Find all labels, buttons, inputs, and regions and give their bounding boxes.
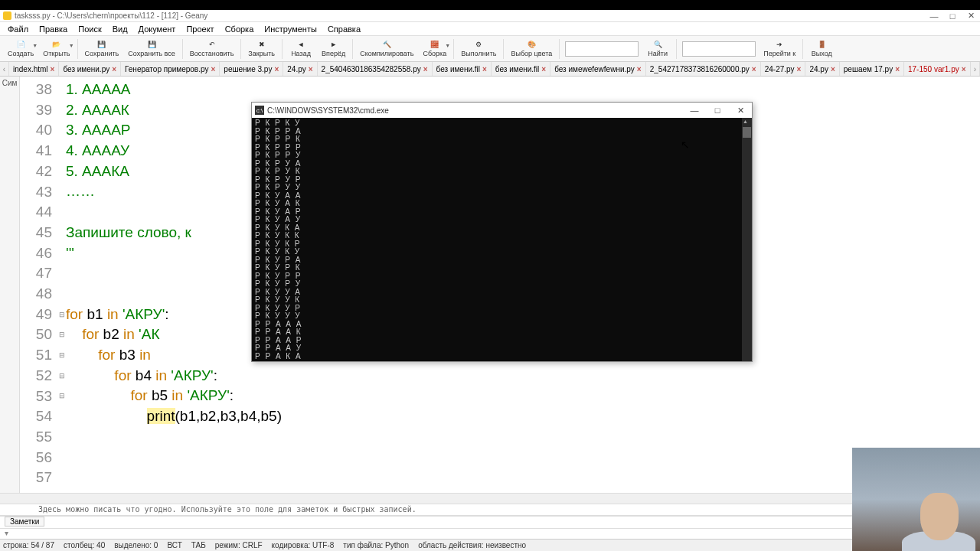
maximize-button[interactable]: □ — [943, 11, 962, 21]
toolbar-Закрыть[interactable]: ✖Закрыть — [243, 37, 279, 61]
menu-view[interactable]: Вид — [108, 24, 132, 34]
toolbar-Создать[interactable]: 📄Создать▼ — [3, 37, 38, 61]
toolbar-Найти[interactable]: 🔍Найти — [642, 37, 674, 61]
tab-2_5404630186354282558.py[interactable]: 2_5404630186354282558.py× — [318, 62, 433, 76]
tab-close-icon[interactable]: × — [112, 65, 116, 73]
cmd-minimize[interactable]: — — [683, 106, 706, 115]
minimize-button[interactable]: — — [925, 11, 943, 21]
tab-close-icon[interactable]: × — [274, 65, 279, 73]
status-sel: выделено: 0 — [114, 541, 158, 549]
toolbar-Скомпилировать[interactable]: 🔨Скомпилировать — [355, 37, 418, 61]
tab-решение 3.py[interactable]: решение 3.py× — [220, 62, 283, 76]
titlebar: tasksss.py - C:\Users\chern\проекты\112 … — [0, 10, 980, 22]
window-title: tasksss.py - C:\Users\chern\проекты\112 … — [15, 11, 207, 20]
toolbar-Сохранить все[interactable]: 💾Сохранить все — [123, 37, 179, 61]
sidebar[interactable]: Сим — [0, 77, 20, 493]
toolbar-Восстановить[interactable]: ↶Восстановить — [185, 37, 239, 61]
tab-close-icon[interactable]: × — [211, 65, 216, 73]
menu-file[interactable]: Файл — [3, 24, 33, 34]
tab-24.py[interactable]: 24.py× — [283, 62, 317, 76]
tab-close-icon[interactable]: × — [831, 65, 835, 73]
status-ins: ВСТ — [167, 541, 181, 549]
cmd-maximize[interactable]: □ — [706, 106, 729, 115]
tab-решаем 17.py[interactable]: решаем 17.py× — [840, 62, 904, 76]
menu-search[interactable]: Поиск — [74, 24, 106, 34]
status-mode: режим: CRLF — [215, 541, 263, 549]
tab-2_5427178373816260000.py[interactable]: 2_5427178373816260000.py× — [646, 62, 761, 76]
toolbar-search-input[interactable] — [565, 41, 639, 57]
toolbar-search-input[interactable] — [682, 41, 756, 57]
menu-edit[interactable]: Правка — [34, 24, 72, 34]
tab-close-icon[interactable]: × — [51, 65, 55, 73]
line-gutter: 3839404142434445464748495051525354555657 — [20, 77, 58, 493]
mouse-cursor: ↖ — [681, 139, 690, 151]
webcam-overlay — [852, 448, 980, 551]
tab-close-icon[interactable]: × — [797, 65, 802, 73]
tab-без имени.fil[interactable]: без имени.fil× — [433, 62, 492, 76]
tabbar: ‹ index.html×без имени.py×Генератор прим… — [0, 62, 980, 77]
status-scope: область действия: неизвестно — [418, 541, 526, 549]
tab-close-icon[interactable]: × — [895, 65, 900, 73]
toolbar-Выбор цвета[interactable]: 🎨Выбор цвета — [506, 37, 557, 61]
tab-close-icon[interactable]: × — [482, 65, 487, 73]
tab-close-icon[interactable]: × — [637, 65, 642, 73]
toolbar-Выполнить[interactable]: ⚙Выполнить — [456, 37, 501, 61]
toolbar-Сохранить[interactable]: 💾Сохранить — [80, 37, 124, 61]
toolbar-Вперёд[interactable]: ►Вперёд — [317, 37, 350, 61]
tab-17-150 var1.py[interactable]: 17-150 var1.py× — [904, 62, 971, 76]
tabscroll-left[interactable]: ‹ — [0, 62, 9, 76]
symbol-dropdown[interactable]: ▾ — [0, 528, 980, 539]
cmd-output[interactable]: ▲ Р К Р К УР К Р Р АР К Р Р КР К Р Р РР … — [252, 118, 752, 361]
tab-close-icon[interactable]: × — [962, 65, 966, 73]
tab-close-icon[interactable]: × — [423, 65, 428, 73]
status-line: строка: 54 / 87 — [3, 541, 54, 549]
tab-Генератор примеров.py[interactable]: Генератор примеров.py× — [121, 62, 220, 76]
toolbar-Выход[interactable]: 🚪Выход — [805, 37, 838, 61]
status-enc: кодировка: UTF-8 — [272, 541, 335, 549]
tab-без имеwefewfewни.py[interactable]: без имеwefewfewни.py× — [550, 62, 646, 76]
cmd-icon: c:\ — [255, 106, 264, 115]
toolbar-Сборка[interactable]: 🧱Сборка▼ — [418, 37, 451, 61]
menu-help[interactable]: Справка — [323, 24, 365, 34]
cmd-title-text: C:\WINDOWS\SYSTEM32\cmd.exe — [267, 106, 389, 115]
menu-tools[interactable]: Инструменты — [260, 24, 322, 34]
toolbar-Назад[interactable]: ◄Назад — [285, 37, 317, 61]
cmd-close[interactable]: ✕ — [729, 106, 752, 116]
status-ft: тип файла: Python — [343, 541, 409, 549]
tab-без имени.fil[interactable]: без имени.fil× — [492, 62, 550, 76]
tab-close-icon[interactable]: × — [541, 65, 546, 73]
tabscroll-right[interactable]: › — [971, 62, 980, 76]
app-icon — [3, 11, 11, 20]
cmd-window: c:\ C:\WINDOWS\SYSTEM32\cmd.exe — □ ✕ ▲ … — [251, 102, 753, 362]
cmd-scrollbar[interactable]: ▲ — [742, 118, 752, 361]
statusbar: строка: 54 / 87 столбец: 40 выделено: 0 … — [0, 539, 980, 551]
tab-close-icon[interactable]: × — [309, 65, 313, 73]
hscrollbar[interactable] — [0, 493, 980, 504]
tab-24.py[interactable]: 24.py× — [805, 62, 839, 76]
tab-24-27.py[interactable]: 24-27.py× — [761, 62, 806, 76]
cmd-titlebar[interactable]: c:\ C:\WINDOWS\SYSTEM32\cmd.exe — □ ✕ — [252, 103, 752, 118]
toolbar-Открыть[interactable]: 📂Открыть▼ — [38, 37, 74, 61]
tab-close-icon[interactable]: × — [752, 65, 756, 73]
notes-field[interactable]: Здесь можно писать что угодно. Используй… — [0, 504, 980, 516]
toolbar: 📄Создать▼📂Открыть▼💾Сохранить💾Сохранить в… — [0, 36, 980, 62]
status-col: столбец: 40 — [64, 541, 105, 549]
toolbar-Перейти к[interactable]: ➜Перейти к — [759, 37, 800, 61]
status-tab: ТАБ — [191, 541, 206, 549]
menu-build[interactable]: Сборка — [220, 24, 259, 34]
close-button[interactable]: ✕ — [962, 11, 980, 21]
tab-index.html[interactable]: index.html× — [9, 62, 59, 76]
tab-без имени.py[interactable]: без имени.py× — [59, 62, 121, 76]
menu-document[interactable]: Документ — [134, 24, 181, 34]
notes-tab[interactable]: Заметки — [0, 516, 980, 528]
menubar: Файл Правка Поиск Вид Документ Проект Сб… — [0, 22, 980, 36]
fold-column[interactable]: ⊟⊟⊟⊟⊟ — [58, 77, 66, 493]
menu-project[interactable]: Проект — [181, 24, 218, 34]
